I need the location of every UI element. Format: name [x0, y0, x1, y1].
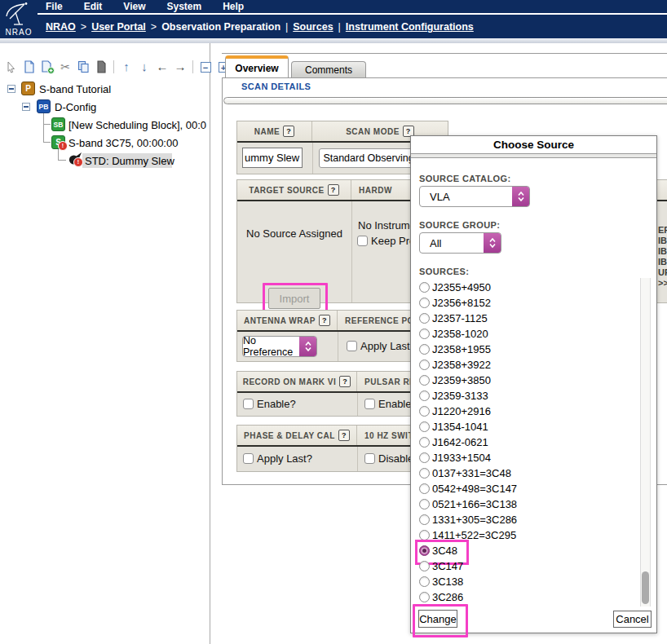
- menu-item[interactable]: System: [166, 1, 201, 12]
- 10hz-disable-checkbox[interactable]: [364, 453, 375, 464]
- menu-item[interactable]: Help: [223, 1, 244, 12]
- radio-button-icon[interactable]: [419, 545, 430, 556]
- source-option-label: J2357-1125: [432, 312, 488, 324]
- move-right-icon[interactable]: →: [173, 60, 188, 74]
- radio-button-icon[interactable]: [419, 390, 430, 401]
- radio-button-icon[interactable]: [419, 282, 430, 293]
- column-header-record-mark-vi: RECORD ON MARK VI: [243, 377, 337, 386]
- import-button[interactable]: Import: [268, 288, 320, 309]
- tree-expander[interactable]: [7, 85, 15, 93]
- antenna-dish-icon: [3, 2, 33, 26]
- radio-button-icon[interactable]: [419, 483, 430, 494]
- source-option[interactable]: J2355+4950: [419, 280, 638, 295]
- breadcrumb-link-sources[interactable]: Sources: [293, 21, 333, 33]
- column-header-scan-mode: SCAN MODE: [346, 127, 400, 136]
- radio-button-icon[interactable]: [419, 592, 430, 602]
- tree-item-slew-selected[interactable]: STD: Dummy Slew: [85, 155, 174, 167]
- help-icon[interactable]: ?: [319, 315, 330, 326]
- tree-item-project[interactable]: S-band Tutorial: [39, 83, 111, 95]
- radio-button-icon[interactable]: [419, 437, 430, 448]
- move-down-icon[interactable]: ↓: [137, 60, 152, 74]
- source-option[interactable]: J2358+1955: [419, 342, 638, 357]
- source-option[interactable]: 1411+522=3C295: [419, 527, 638, 543]
- source-option[interactable]: J2357-1125: [419, 311, 638, 326]
- breadcrumb-link-nrao[interactable]: NRAO: [46, 21, 76, 33]
- phase-apply-last-checkbox[interactable]: [243, 453, 254, 464]
- radio-button-icon[interactable]: [419, 298, 430, 308]
- tree-item-scan[interactable]: S-band 3C75, 00:00:00: [68, 137, 178, 149]
- radio-button-icon[interactable]: [419, 561, 430, 571]
- radio-button-icon[interactable]: [419, 530, 430, 540]
- copy-icon[interactable]: [76, 60, 91, 74]
- help-icon[interactable]: ?: [338, 430, 350, 441]
- scan-name-input[interactable]: [242, 148, 303, 168]
- help-icon[interactable]: ?: [328, 184, 339, 196]
- tree-expander[interactable]: [22, 103, 30, 111]
- source-group-dropdown[interactable]: All: [419, 232, 501, 254]
- source-option[interactable]: 1331+305=3C286: [419, 512, 638, 527]
- menu-item[interactable]: View: [123, 1, 145, 12]
- collapse-all-icon[interactable]: −: [201, 62, 211, 73]
- menu-item[interactable]: File: [46, 1, 63, 12]
- source-option[interactable]: J2358+3922: [419, 357, 638, 373]
- change-button[interactable]: Change: [418, 610, 457, 628]
- new-document-add-icon[interactable]: [40, 60, 55, 74]
- tab-overview[interactable]: Overview: [225, 55, 289, 77]
- source-option[interactable]: J1220+2916: [419, 404, 638, 419]
- radio-button-icon[interactable]: [419, 329, 430, 339]
- tab-comments[interactable]: Comments: [291, 61, 366, 77]
- source-option[interactable]: 0137+331=3C48: [419, 465, 638, 481]
- antenna-wrap-dropdown[interactable]: No Preference: [242, 336, 317, 357]
- source-option[interactable]: J1642-0621: [419, 434, 638, 450]
- source-option[interactable]: 0542+498=3C147: [419, 481, 638, 496]
- radio-button-icon[interactable]: [419, 375, 430, 386]
- pulsar-enable-checkbox[interactable]: [364, 399, 375, 409]
- radio-button-icon[interactable]: [419, 313, 430, 324]
- column-divider: [351, 201, 352, 302]
- record-enable-checkbox[interactable]: [243, 399, 254, 409]
- help-icon[interactable]: ?: [283, 126, 294, 137]
- keep-previous-checkbox[interactable]: [357, 236, 368, 246]
- menu-item[interactable]: Edit: [84, 1, 103, 12]
- radio-button-icon[interactable]: [419, 499, 430, 509]
- paste-icon[interactable]: [94, 60, 108, 74]
- move-up-icon[interactable]: ↑: [119, 60, 134, 74]
- tree-item-config[interactable]: D-Config: [55, 101, 96, 113]
- radio-button-icon[interactable]: [419, 421, 430, 432]
- cancel-button[interactable]: Cancel: [613, 611, 652, 628]
- source-option[interactable]: 3C48: [419, 543, 638, 558]
- tree-connector: [43, 124, 51, 125]
- cursor-icon[interactable]: [4, 60, 19, 74]
- source-option[interactable]: J2359+3850: [419, 373, 638, 388]
- breadcrumb-link-user-portal[interactable]: User Portal: [91, 21, 146, 33]
- source-option[interactable]: 0521+166=3C138: [419, 496, 638, 512]
- tree-item-scheduling-block[interactable]: [New Scheduling Block], 00:0: [68, 119, 206, 131]
- source-option[interactable]: J2358-1020: [419, 326, 638, 342]
- source-option[interactable]: 3C147: [419, 558, 638, 574]
- source-list-scrollbar-track[interactable]: [640, 278, 651, 607]
- radio-button-icon[interactable]: [419, 468, 430, 479]
- move-left-icon[interactable]: ←: [155, 60, 170, 74]
- radio-button-icon[interactable]: [419, 514, 430, 525]
- source-option[interactable]: J2359-3133: [419, 388, 638, 404]
- radio-button-icon[interactable]: [419, 576, 430, 587]
- radio-button-icon[interactable]: [419, 452, 430, 463]
- source-catalog-dropdown[interactable]: VLA: [419, 186, 530, 207]
- source-option[interactable]: J2356+8152: [419, 295, 638, 311]
- apply-last-reference-checkbox[interactable]: [347, 341, 357, 351]
- source-option[interactable]: 3C286: [419, 589, 638, 605]
- source-option[interactable]: J1933+1504: [419, 450, 638, 465]
- cut-icon[interactable]: ✂: [58, 60, 73, 74]
- source-option[interactable]: 3C138: [419, 574, 638, 589]
- horizontal-scrollbar[interactable]: [223, 97, 667, 104]
- scan-mode-dropdown[interactable]: Standard Observing: [319, 148, 418, 168]
- new-document-icon[interactable]: [22, 60, 37, 74]
- radio-button-icon[interactable]: [419, 359, 430, 370]
- breadcrumb-link-instrument-configurations[interactable]: Instrument Configurations: [346, 21, 474, 33]
- help-icon[interactable]: ?: [339, 376, 351, 387]
- source-list-scrollbar-thumb[interactable]: [642, 571, 649, 604]
- radio-button-icon[interactable]: [419, 406, 430, 417]
- tree-toolbar: ✂ ↑ ↓ ← → − +: [4, 60, 231, 74]
- radio-button-icon[interactable]: [419, 344, 430, 355]
- source-option[interactable]: J1354-1041: [419, 419, 638, 434]
